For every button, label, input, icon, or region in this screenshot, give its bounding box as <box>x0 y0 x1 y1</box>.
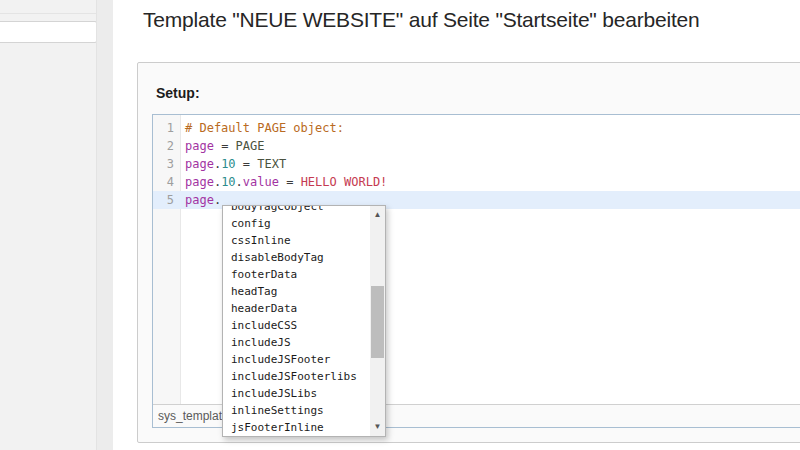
code-token: TEXT <box>257 157 286 171</box>
code-token: page <box>185 175 214 189</box>
autocomplete-item[interactable]: inlineSettings <box>223 402 370 419</box>
line-number: 3 <box>153 155 181 173</box>
autocomplete-item[interactable]: headTag <box>223 283 370 300</box>
editor-rows: 1# Default PAGE object:2page = PAGE3page… <box>153 115 800 209</box>
page-title: Template "NEUE WEBSITE" auf Seite "Start… <box>143 8 800 32</box>
code-token: page <box>185 157 214 171</box>
code-text: page = PAGE <box>181 137 265 155</box>
code-token: page <box>185 139 214 153</box>
autocomplete-item[interactable]: bodyTagCObject <box>223 206 370 215</box>
code-line[interactable]: 3page.10 = TEXT <box>153 155 800 173</box>
sidebar-divider <box>0 13 96 14</box>
autocomplete-dropdown: bodyTagCObjectconfigcssInlinedisableBody… <box>222 205 386 437</box>
autocomplete-item[interactable]: disableBodyTag <box>223 249 370 266</box>
scroll-up-icon[interactable]: ▲ <box>370 206 385 224</box>
autocomplete-item[interactable]: footerData <box>223 266 370 283</box>
autocomplete-item[interactable]: config <box>223 215 370 232</box>
autocomplete-item[interactable]: jsFooterInline <box>223 419 370 436</box>
autocomplete-scrollbar[interactable]: ▲ ▼ <box>370 206 385 436</box>
code-text: page.10.value = HELLO WORLD! <box>181 173 387 191</box>
code-token: = <box>236 157 258 171</box>
code-line[interactable]: 2page = PAGE <box>153 137 800 155</box>
code-text: page. <box>181 191 221 209</box>
code-line[interactable]: 4page.10.value = HELLO WORLD! <box>153 173 800 191</box>
code-text: # Default PAGE object: <box>181 119 344 137</box>
line-number: 5 <box>153 191 181 209</box>
code-token: 10 <box>221 157 235 171</box>
scroll-down-icon[interactable]: ▼ <box>370 418 385 436</box>
code-token: . <box>236 175 243 189</box>
code-token: . <box>214 193 221 207</box>
code-token: HELLO WORLD! <box>301 175 388 189</box>
line-number: 2 <box>153 137 181 155</box>
autocomplete-item[interactable]: includeJSFooter <box>223 351 370 368</box>
setup-label: Setup: <box>156 85 200 101</box>
page-tree-sidebar <box>0 0 96 450</box>
line-number: 4 <box>153 173 181 191</box>
autocomplete-item[interactable]: includeCSS <box>223 317 370 334</box>
sidebar-splitter[interactable] <box>96 0 113 450</box>
code-token: page <box>185 193 214 207</box>
typo3-backend-screen: Template "NEUE WEBSITE" auf Seite "Start… <box>0 0 800 450</box>
code-line[interactable]: 1# Default PAGE object: <box>153 119 800 137</box>
code-token: = <box>214 139 236 153</box>
autocomplete-list: bodyTagCObjectconfigcssInlinedisableBody… <box>223 206 370 436</box>
scrollbar-thumb[interactable] <box>371 286 384 358</box>
code-token: value <box>243 175 279 189</box>
code-token: = <box>279 175 301 189</box>
status-table-name: sys_template <box>153 409 229 423</box>
code-token: PAGE <box>236 139 265 153</box>
code-token: 10 <box>221 175 235 189</box>
autocomplete-item[interactable]: includeJSLibs <box>223 385 370 402</box>
autocomplete-item[interactable]: includeJSFooterlibs <box>223 368 370 385</box>
autocomplete-item[interactable]: cssInline <box>223 232 370 249</box>
scrollbar-track[interactable] <box>370 224 385 418</box>
tree-filter-input[interactable] <box>0 21 97 43</box>
autocomplete-item[interactable]: includeJS <box>223 334 370 351</box>
autocomplete-list-wrap: bodyTagCObjectconfigcssInlinedisableBody… <box>223 206 370 436</box>
code-text: page.10 = TEXT <box>181 155 286 173</box>
code-token: # Default PAGE object: <box>185 121 344 135</box>
autocomplete-item[interactable]: headerData <box>223 300 370 317</box>
line-number: 1 <box>153 119 181 137</box>
